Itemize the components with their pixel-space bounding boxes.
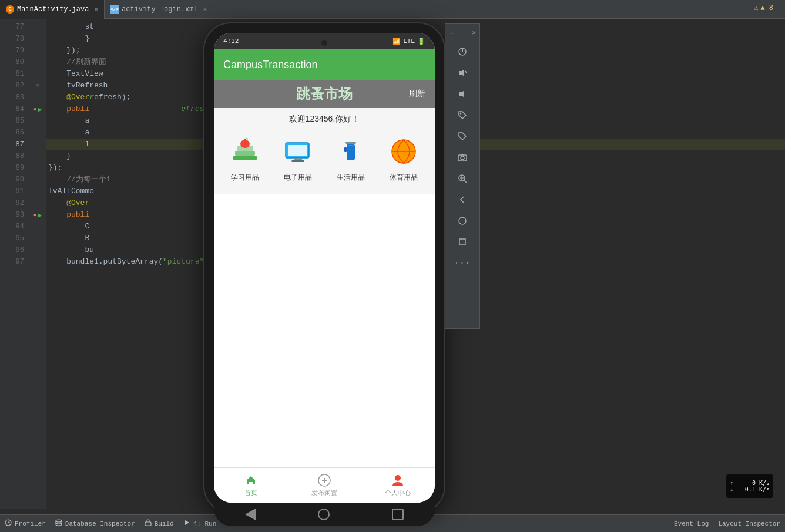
nav-home[interactable]: 首页	[214, 468, 287, 503]
welcome-text: 欢迎123456,你好！	[214, 108, 435, 128]
arrow-84: ▶	[38, 106, 42, 113]
tab-main-activity-close[interactable]: ✕	[94, 5, 98, 13]
status-run[interactable]: 4: Run	[183, 519, 217, 528]
category-daily[interactable]: 生活用品	[330, 134, 371, 183]
upload-label: ↑	[730, 480, 733, 486]
nav-profile[interactable]: 个人中心	[361, 468, 435, 503]
ctrl-square[interactable]	[453, 233, 472, 251]
category-sports[interactable]: 体育用品	[383, 134, 424, 183]
svg-point-19	[395, 475, 401, 481]
line-89: 89	[12, 162, 24, 174]
line-81: 81	[12, 68, 24, 80]
status-database-inspector[interactable]: Database Inspector	[55, 519, 135, 528]
phone-outer: 4:32 📶 LTE 🔋 CampusTransaction 跳蚤市场 刷新 欢…	[204, 23, 444, 512]
status-layout-inspector[interactable]: Layout Inspector	[718, 520, 780, 527]
ctrl-home-circle[interactable]	[453, 211, 472, 230]
warning-badge[interactable]: ⚠ ▲ 8	[754, 4, 773, 12]
svg-point-27	[461, 156, 464, 160]
plus-circle-icon	[317, 473, 331, 487]
line-88: 88	[12, 150, 24, 162]
ctrl-power[interactable]	[453, 42, 472, 61]
ctrl-zoom[interactable]	[453, 169, 472, 188]
sports-icon	[386, 134, 421, 169]
download-value: 0.1 K/s	[745, 486, 770, 493]
svg-rect-12	[344, 147, 347, 152]
line-86: 86	[12, 127, 24, 139]
status-build[interactable]: Build	[145, 519, 174, 528]
ctrl-back[interactable]	[453, 190, 472, 209]
status-profiler[interactable]: Profiler	[5, 519, 46, 528]
phone-time: 4:32	[223, 38, 239, 45]
tab-activity-login-close[interactable]: ✕	[203, 5, 207, 13]
app-title: CampusTransaction	[223, 59, 317, 71]
gutter-85	[33, 115, 42, 127]
build-icon	[145, 519, 152, 528]
database-inspector-label: Database Inspector	[65, 520, 135, 527]
ctrl-tag2[interactable]	[453, 127, 472, 146]
ctrl-volume-down[interactable]	[453, 85, 472, 103]
tab-main-activity[interactable]: C MainActivity.java ✕	[0, 0, 105, 19]
tab-activity-login[interactable]: </> activity_login.xml ✕	[105, 0, 213, 19]
person-icon	[391, 473, 405, 487]
svg-rect-1	[235, 151, 255, 156]
line-87: 87	[12, 139, 24, 150]
network-type: LTE	[403, 38, 415, 45]
phone-screen: 4:32 📶 LTE 🔋 CampusTransaction 跳蚤市场 刷新 欢…	[214, 33, 435, 503]
ctrl-tag1[interactable]	[453, 106, 472, 124]
line-78: 78	[12, 33, 24, 45]
line-numbers: 77 78 79 80 81 82 83 84 85 86 87 88 89 9…	[0, 19, 29, 509]
back-button[interactable]	[245, 509, 256, 520]
category-study[interactable]: 学习用品	[224, 134, 266, 183]
line-93: 93	[12, 209, 24, 221]
nav-profile-label: 个人中心	[385, 489, 411, 497]
gutter-95	[33, 233, 42, 244]
gutter-92	[33, 197, 42, 209]
gutter-78	[33, 33, 42, 45]
recents-button[interactable]	[392, 509, 404, 520]
refresh-button[interactable]: 刷新	[409, 89, 425, 99]
svg-rect-11	[348, 145, 354, 146]
svg-point-25	[460, 113, 462, 115]
network-overlay: ↑ 0 K/s ↓ 0.1 K/s	[726, 474, 773, 498]
category-study-label: 学习用品	[231, 173, 259, 183]
gutter-91	[33, 186, 42, 197]
profiler-icon	[5, 519, 12, 528]
line-95: 95	[12, 233, 24, 244]
line-82: 82	[12, 80, 24, 92]
study-icon	[227, 134, 263, 169]
ctrl-volume-up[interactable]	[453, 63, 472, 82]
emulator-close[interactable]: ✕	[472, 29, 476, 38]
tab-bar: C MainActivity.java ✕ </> activity_login…	[0, 0, 785, 19]
ctrl-more[interactable]: ···	[453, 254, 472, 272]
database-icon	[55, 519, 62, 528]
tab-activity-login-label: activity_login.xml	[122, 5, 198, 14]
svg-rect-10	[347, 144, 355, 160]
download-label: ↓	[730, 486, 733, 493]
line-79: 79	[12, 45, 24, 56]
gutter-90	[33, 174, 42, 186]
gutter-89	[33, 162, 42, 174]
build-label: Build	[155, 520, 174, 527]
line-77: 77	[12, 21, 24, 33]
emulator-minimize[interactable]: －	[449, 29, 455, 38]
status-event-log[interactable]: Event Log	[674, 520, 709, 527]
gutter-96	[33, 244, 42, 256]
xml-icon: </>	[110, 5, 119, 14]
svg-marker-24	[459, 90, 464, 97]
gutter-77	[33, 21, 42, 33]
phone-notch	[295, 33, 354, 35]
nav-publish[interactable]: 发布闲置	[287, 468, 361, 503]
daily-icon	[333, 134, 368, 169]
svg-rect-0	[233, 156, 257, 160]
bottom-nav: 首页 发布闲置	[214, 467, 435, 503]
category-electronics[interactable]: 电子用品	[277, 134, 318, 183]
line-84: 84	[12, 103, 24, 115]
ctrl-camera[interactable]	[453, 148, 472, 167]
breakpoint-93: ●	[33, 212, 37, 218]
phone-status-icons: 📶 LTE 🔋	[392, 38, 425, 45]
home-button[interactable]	[318, 509, 330, 520]
line-83: 83	[12, 92, 24, 103]
arrow-93: ▶	[38, 211, 42, 219]
secondary-header: 跳蚤市场 刷新	[214, 80, 435, 108]
gutter-94	[33, 221, 42, 233]
